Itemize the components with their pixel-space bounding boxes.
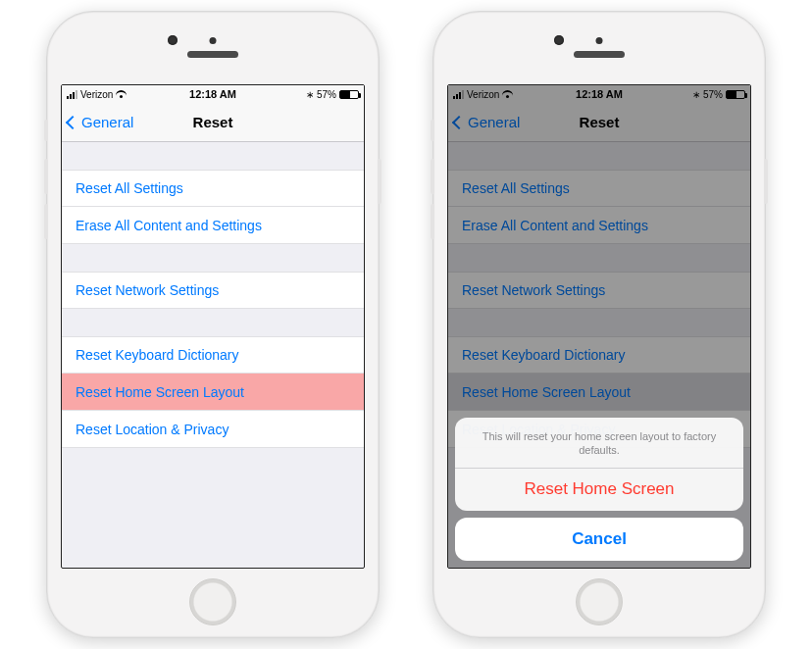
volume-up: [44, 159, 48, 194]
cancel-button[interactable]: Cancel: [455, 518, 743, 561]
earpiece: [574, 51, 625, 58]
front-camera: [554, 35, 564, 45]
wifi-icon: [116, 90, 127, 98]
back-button[interactable]: General: [68, 114, 133, 130]
clock: 12:18 AM: [189, 88, 236, 100]
action-sheet-message: This will reset your home screen layout …: [455, 418, 743, 468]
page-title: Reset: [193, 114, 233, 130]
volume-up: [431, 159, 434, 194]
bluetooth-icon: ∗: [306, 89, 314, 100]
home-button[interactable]: [189, 578, 236, 625]
proximity-sensor: [596, 37, 603, 44]
nav-bar: General Reset: [62, 103, 364, 142]
row-reset-home-screen[interactable]: Reset Home Screen Layout: [62, 374, 364, 411]
home-button[interactable]: [576, 578, 623, 625]
screen: Verizon 12:18 AM ∗ 57% General Reset Res…: [447, 84, 751, 569]
group-other: Reset Keyboard Dictionary Reset Home Scr…: [62, 336, 364, 448]
screen: Verizon 12:18 AM ∗ 57% General Reset Res…: [61, 84, 365, 569]
group-general: Reset All Settings Erase All Content and…: [62, 170, 364, 244]
battery-icon: [339, 90, 359, 99]
iphone-left: Verizon 12:18 AM ∗ 57% General Reset Res…: [46, 11, 380, 638]
iphone-right: Verizon 12:18 AM ∗ 57% General Reset Res…: [432, 11, 766, 638]
volume-down: [44, 204, 48, 239]
back-label: General: [81, 114, 133, 130]
chevron-left-icon: [66, 115, 79, 128]
status-bar: Verizon 12:18 AM ∗ 57%: [62, 85, 364, 103]
signal-icon: [67, 90, 77, 99]
carrier-label: Verizon: [80, 89, 113, 100]
mute-switch: [431, 120, 434, 141]
volume-down: [431, 204, 434, 239]
group-network: Reset Network Settings: [62, 272, 364, 309]
confirm-reset-button[interactable]: Reset Home Screen: [455, 468, 743, 511]
row-reset-all-settings[interactable]: Reset All Settings: [62, 170, 364, 207]
power-button: [378, 159, 381, 204]
row-reset-keyboard[interactable]: Reset Keyboard Dictionary: [62, 336, 364, 374]
power-button: [764, 159, 768, 204]
row-reset-network[interactable]: Reset Network Settings: [62, 272, 364, 309]
action-sheet: This will reset your home screen layout …: [455, 418, 743, 561]
proximity-sensor: [210, 37, 217, 44]
front-camera: [168, 35, 178, 45]
battery-pct: 57%: [317, 89, 336, 100]
earpiece: [187, 51, 238, 58]
mute-switch: [44, 120, 48, 141]
row-erase-all-content[interactable]: Erase All Content and Settings: [62, 207, 364, 244]
action-sheet-card: This will reset your home screen layout …: [455, 418, 743, 511]
row-reset-location-privacy[interactable]: Reset Location & Privacy: [62, 411, 364, 448]
